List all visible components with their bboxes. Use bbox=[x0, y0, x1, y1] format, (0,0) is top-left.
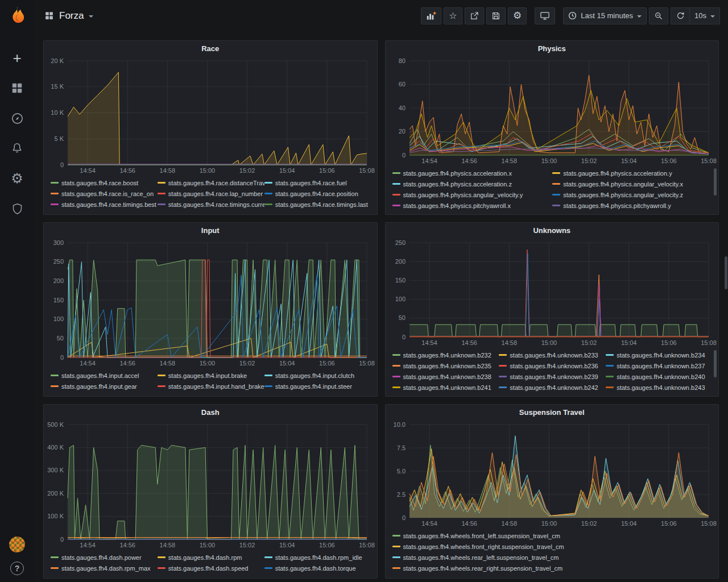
svg-text:15:06: 15:06 bbox=[319, 167, 335, 174]
series-label: stats.gauges.fh4.physics.pitchyawroll.z bbox=[403, 213, 511, 215]
legend-scrollbar[interactable] bbox=[714, 168, 717, 196]
legend-item[interactable]: stats.gauges.fh4.race.fuel bbox=[264, 177, 371, 188]
share-button[interactable] bbox=[465, 7, 484, 24]
legend-item[interactable]: stats.gauges.fh4.physics.angular_velocit… bbox=[552, 178, 713, 189]
series-color-swatch bbox=[392, 194, 400, 196]
legend-item[interactable]: stats.gauges.fh4.race.is_race_on bbox=[51, 188, 158, 199]
chart-area-suspension[interactable]: 10.07.55.02.5014:5414:5614:5815:0015:021… bbox=[386, 420, 719, 529]
legend-item[interactable]: stats.gauges.fh4.physics.pitchyawroll.z bbox=[392, 211, 553, 214]
star-button[interactable]: ☆ bbox=[444, 7, 462, 24]
chart-area-race[interactable]: 20 K15 K10 K5 K014:5414:5614:5815:0015:0… bbox=[44, 56, 377, 176]
legend-item[interactable]: stats.gauges.fh4.dash.rpm_idle bbox=[264, 552, 371, 563]
legend-item[interactable]: stats.gauges.fh4.unknown.b233 bbox=[499, 350, 606, 360]
dashboard-settings-button[interactable]: ⚙ bbox=[508, 7, 527, 24]
chart-area-physics[interactable]: 80604020014:5414:5614:5815:0015:0215:041… bbox=[386, 56, 719, 167]
user-avatar[interactable] bbox=[9, 537, 25, 552]
legend-item[interactable]: stats.gauges.fh4.physics.angular_velocit… bbox=[392, 189, 553, 200]
legend-item[interactable]: stats.gauges.fh4.unknown.b241 bbox=[392, 382, 499, 393]
dashboards-icon[interactable] bbox=[10, 81, 24, 95]
legend-item[interactable]: stats.gauges.fh4.unknown.b240 bbox=[606, 371, 713, 382]
svg-text:15 K: 15 K bbox=[51, 83, 64, 90]
series-label: stats.gauges.fh4.physics.pitchyawroll.y bbox=[563, 202, 671, 209]
legend-item[interactable]: stats.gauges.fh4.wheels.front_left.suspe… bbox=[392, 530, 713, 541]
svg-text:14:54: 14:54 bbox=[80, 167, 96, 174]
series-color-swatch bbox=[51, 203, 59, 205]
zoom-out-button[interactable] bbox=[649, 7, 668, 24]
explore-compass-icon[interactable] bbox=[10, 111, 24, 126]
legend-item[interactable]: stats.gauges.fh4.wheels.front_right.susp… bbox=[392, 541, 713, 552]
chevron-down-icon[interactable] bbox=[89, 15, 93, 18]
refresh-button[interactable] bbox=[671, 7, 689, 24]
legend-item[interactable]: stats.gauges.fh4.physics.velocity.x bbox=[552, 211, 713, 214]
help-icon[interactable]: ? bbox=[10, 562, 24, 575]
save-button[interactable] bbox=[486, 7, 506, 24]
legend-scrollbar[interactable] bbox=[714, 350, 717, 377]
legend-item[interactable]: stats.gauges.fh4.physics.acceleration.y bbox=[552, 168, 713, 178]
alerting-bell-icon[interactable] bbox=[10, 141, 24, 156]
legend-item[interactable]: stats.gauges.fh4.input.steer bbox=[264, 381, 371, 392]
legend-item[interactable]: stats.gauges.fh4.dash.rpm bbox=[158, 552, 264, 563]
legend-item[interactable]: stats.gauges.fh4.physics.pitchyawroll.y bbox=[552, 200, 713, 211]
legend-item[interactable]: stats.gauges.fh4.physics.acceleration.z bbox=[392, 178, 553, 189]
legend-item[interactable]: stats.gauges.fh4.dash.power bbox=[51, 552, 158, 563]
legend-item[interactable]: stats.gauges.fh4.wheels.rear_right.suspe… bbox=[392, 563, 713, 573]
legend-item[interactable]: stats.gauges.fh4.race.timings.current bbox=[158, 199, 264, 210]
grafana-logo[interactable] bbox=[7, 5, 27, 28]
series-color-swatch bbox=[51, 556, 59, 558]
add-panel-button[interactable] bbox=[421, 7, 441, 24]
legend-item[interactable]: stats.gauges.fh4.unknown.b236 bbox=[499, 360, 606, 371]
panel-title-race[interactable]: Race bbox=[44, 41, 377, 56]
legend-item[interactable]: stats.gauges.fh4.input.accel bbox=[51, 370, 158, 381]
chart-area-dash[interactable]: 500 K400 K300 K200 K100 K014:5414:5614:5… bbox=[44, 420, 377, 551]
legend-item[interactable]: stats.gauges.fh4.unknown.b242 bbox=[499, 382, 606, 393]
svg-text:15:00: 15:00 bbox=[200, 167, 216, 174]
series-color-swatch bbox=[392, 535, 400, 537]
create-icon[interactable]: + bbox=[10, 51, 24, 65]
series-label: stats.gauges.fh4.unknown.b241 bbox=[403, 384, 491, 391]
panel-title-unknowns[interactable]: Unknowns bbox=[386, 223, 719, 238]
legend-item[interactable]: stats.gauges.fh4.unknown.b237 bbox=[606, 360, 713, 371]
legend-item[interactable]: stats.gauges.fh4.input.hand_brake bbox=[158, 381, 264, 392]
panel-title-dash[interactable]: Dash bbox=[44, 405, 377, 420]
legend-item[interactable]: stats.gauges.fh4.physics.acceleration.x bbox=[392, 168, 553, 178]
panel-title-suspension[interactable]: Suspension Travel bbox=[386, 405, 719, 420]
legend-item[interactable]: stats.gauges.fh4.dash.speed bbox=[158, 563, 264, 573]
legend-item[interactable]: stats.gauges.fh4.race.distanceTravelled bbox=[158, 177, 264, 188]
page-scrollbar[interactable] bbox=[724, 0, 728, 582]
scrollbar-thumb[interactable] bbox=[725, 256, 727, 289]
panel-title-physics[interactable]: Physics bbox=[386, 41, 719, 56]
legend-item[interactable]: stats.gauges.fh4.input.clutch bbox=[264, 370, 371, 381]
legend-item[interactable]: stats.gauges.fh4.race.boost bbox=[51, 177, 158, 188]
legend-item[interactable]: stats.gauges.fh4.unknown.b235 bbox=[392, 360, 499, 371]
cycle-view-button[interactable] bbox=[535, 7, 555, 24]
legend-item[interactable]: stats.gauges.fh4.physics.angular_velocit… bbox=[552, 189, 713, 200]
legend-suspension: stats.gauges.fh4.wheels.front_left.suspe… bbox=[386, 529, 719, 578]
legend-item[interactable]: stats.gauges.fh4.race.timings.best bbox=[51, 199, 158, 210]
panel-title-input[interactable]: Input bbox=[44, 223, 377, 238]
legend-item[interactable]: stats.gauges.fh4.race.timings.last bbox=[264, 199, 371, 210]
legend-item[interactable]: stats.gauges.fh4.race.lap_number bbox=[158, 188, 264, 199]
legend-item[interactable]: stats.gauges.fh4.unknown.b234 bbox=[606, 350, 713, 360]
refresh-interval-button[interactable]: 10s bbox=[689, 7, 720, 24]
chart-svg: 10.07.55.02.5014:5414:5614:5815:0015:021… bbox=[386, 420, 719, 529]
legend-item[interactable]: stats.gauges.fh4.wheels.rear_left.suspen… bbox=[392, 552, 713, 563]
dashboard-title[interactable]: Forza bbox=[59, 10, 84, 22]
legend-item[interactable]: stats.gauges.fh4.unknown.b244 bbox=[392, 393, 499, 396]
legend-item[interactable]: stats.gauges.fh4.physics.pitchyawroll.x bbox=[392, 200, 553, 211]
legend-item[interactable]: stats.gauges.fh4.dash.rpm_max bbox=[51, 563, 158, 573]
legend-item[interactable]: stats.gauges.fh4.dash.torque bbox=[264, 563, 371, 573]
legend-item[interactable]: stats.gauges.fh4.race.position bbox=[264, 188, 371, 199]
legend-item[interactable]: stats.gauges.fh4.unknown.b232 bbox=[392, 350, 499, 360]
legend-item[interactable]: stats.gauges.fh4.unknown.b239 bbox=[499, 371, 606, 382]
configuration-gear-icon[interactable]: ⚙ bbox=[10, 171, 24, 186]
time-range-picker[interactable]: Last 15 minutes bbox=[563, 7, 647, 24]
series-color-swatch bbox=[51, 182, 59, 184]
legend-item[interactable]: stats.gauges.fh4.unknown.b243 bbox=[606, 382, 713, 393]
svg-text:15:06: 15:06 bbox=[661, 520, 677, 527]
chart-area-unknowns[interactable]: 25020015010050014:5414:5614:5815:0015:02… bbox=[386, 238, 719, 348]
chart-area-input[interactable]: 30025020015010050014:5414:5614:5815:0015… bbox=[44, 238, 377, 369]
legend-item[interactable]: stats.gauges.fh4.unknown.b238 bbox=[392, 371, 499, 382]
legend-item[interactable]: stats.gauges.fh4.input.brake bbox=[158, 370, 264, 381]
server-admin-shield-icon[interactable] bbox=[10, 201, 24, 216]
legend-item[interactable]: stats.gauges.fh4.input.gear bbox=[51, 381, 158, 392]
